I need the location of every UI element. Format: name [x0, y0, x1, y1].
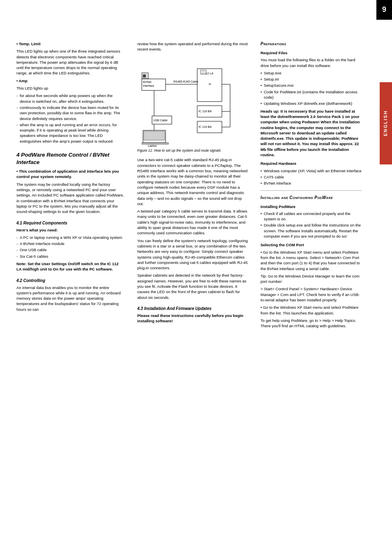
svg-text:RS485-RJ45 Cable: RS485-RJ45 Cable: [173, 80, 198, 83]
hardware-item: CAT5 cable: [261, 174, 362, 180]
headsup-bold: Heads up: It is necessery that you have …: [261, 109, 362, 158]
continue-text: review how the system operated and perfo…: [137, 41, 249, 52]
section41-heading: Here's what you need:: [16, 227, 124, 233]
files-list: Setup.exe Setup.ini SetupSecure.msi Code…: [261, 70, 362, 106]
installing-podware-heading: Installing PodWare: [261, 204, 362, 209]
file-item: Updating Windows XP dotnetfx.exe (dotfra…: [261, 101, 362, 106]
selecting-com-text2: • Go to the Windows XP Start menu and se…: [261, 305, 362, 316]
selecting-com-tip: Tip: Go to the Windows Device Manager to…: [261, 273, 362, 284]
svg-text:IC 118 BA: IC 118 BA: [198, 110, 212, 113]
list-item: One USB cable: [16, 247, 124, 252]
amp-text: This LED lights up: [16, 86, 124, 91]
svg-rect-9: [201, 70, 206, 74]
section42-title: 4.2 Controlling: [16, 278, 124, 284]
column-right: Preparations Required Files You must loa…: [255, 41, 362, 331]
section43-title: 4.3 Installation and Firmware Updates: [137, 306, 249, 312]
page: 9 English • Temp. Limit This LED lights …: [0, 0, 392, 555]
middle-para4: Speaker cabinets are detected in the net…: [137, 273, 249, 300]
section4-title: 4 PodWare Remote Control / BVNet Interfa…: [16, 151, 124, 166]
middle-para3: You can freely define the system's netwo…: [137, 238, 249, 271]
middle-para2: A twisted-pair category 5 cable serves t…: [137, 208, 249, 236]
svg-text:Laptop: Laptop: [148, 144, 157, 147]
amp-list-item: for about five seconds while amp powers …: [16, 93, 124, 104]
install-item: Check if all cables are connected proper…: [261, 211, 362, 222]
file-item: Setup.ini: [261, 76, 362, 82]
svg-text:⬛: ⬛: [143, 74, 146, 78]
amp-list-item: when the amp is up and running and an er…: [16, 122, 124, 144]
network-diagram-svg: BVNet Interface ⬛ RS485-RJ45 Cable IC 11…: [140, 56, 247, 147]
hardware-item: BVNet interface: [261, 180, 362, 186]
svg-text:BVNet: BVNet: [143, 81, 151, 83]
page-number: 9: [376, 0, 392, 20]
column-middle: review how the system operated and perfo…: [131, 41, 255, 331]
amp-list-item: continuously to indicate the device has …: [16, 105, 124, 121]
temp-limit-heading: • Temp. Limit: [16, 41, 124, 46]
column-left: • Temp. Limit This LED lights up when on…: [16, 41, 131, 331]
diagram-caption: Figure 11: How to set up the system and …: [137, 148, 249, 153]
middle-para1: Use a two-wire cat-5 cable with standard…: [137, 157, 249, 206]
preparations-intro: You must load the following files to a f…: [261, 57, 362, 68]
file-item: Setup.exe: [261, 70, 362, 76]
section41-list: A PC or laptop running a WIN XP or Vista…: [16, 235, 124, 259]
preparations-subtitle: Required Files: [261, 50, 362, 56]
amp-list: for about five seconds while amp powers …: [16, 93, 124, 144]
install-item: Double click setup.exe and follow the in…: [261, 222, 362, 239]
selecting-com-text1: • Go to the Windows XP Start menu and se…: [261, 250, 362, 271]
section41-title: 4.1 Required Components: [16, 220, 124, 226]
section41-note: Note: Set the User Settings On/Off switc…: [16, 261, 124, 272]
req-hardware-list: Windows computer (XP, Vista) with an Eth…: [261, 168, 362, 186]
section-divider: [261, 190, 362, 191]
list-item: Six Cat-5 cables: [16, 254, 124, 259]
section4-text: The system may be controlled locally usi…: [16, 182, 124, 215]
req-hardware-title: Required Hardware: [261, 161, 362, 166]
list-item: A BVNet interface module: [16, 241, 124, 246]
network-diagram-container: BVNet Interface ⬛ RS485-RJ45 Cable IC 11…: [137, 56, 249, 153]
svg-text:IC 118 BA: IC 118 BA: [198, 125, 212, 128]
hardware-item: Windows computer (XP, Vista) with an Eth…: [261, 168, 362, 173]
section42-text: An internal data bus enables you to moni…: [16, 285, 124, 312]
amp-heading: • Amp: [16, 78, 124, 83]
section43-bold: Please read these instructions carefully…: [137, 313, 249, 324]
help-text: To get help using PodWare, go to > Help …: [261, 318, 362, 329]
list-item: A PC or laptop running a WIN XP or Vista…: [16, 235, 124, 240]
installing-podware-list: Check if all cables are connected proper…: [261, 211, 362, 239]
section4-intro-bold: • This combination of application and in…: [16, 169, 124, 180]
file-item: SetupSecure.msi: [261, 83, 362, 88]
file-item: Code for PodWare.txt (contains the insta…: [261, 89, 362, 100]
language-tab: English: [380, 82, 392, 164]
svg-text:Interface: Interface: [143, 84, 154, 87]
preparations-title: Preparations: [261, 41, 362, 47]
selecting-com-heading: Selecting the COM Port: [261, 242, 362, 247]
temp-limit-text: This LED lights up when one of the three…: [16, 49, 124, 76]
installing-title: Installing and Configuring PodWare: [261, 195, 362, 201]
svg-rect-22: [144, 131, 165, 140]
svg-text:In: In: [209, 83, 211, 86]
svg-text:USB Cable: USB Cable: [153, 119, 168, 122]
selecting-com-path: > Start> Control Panel > System> Hardwar…: [261, 286, 362, 303]
